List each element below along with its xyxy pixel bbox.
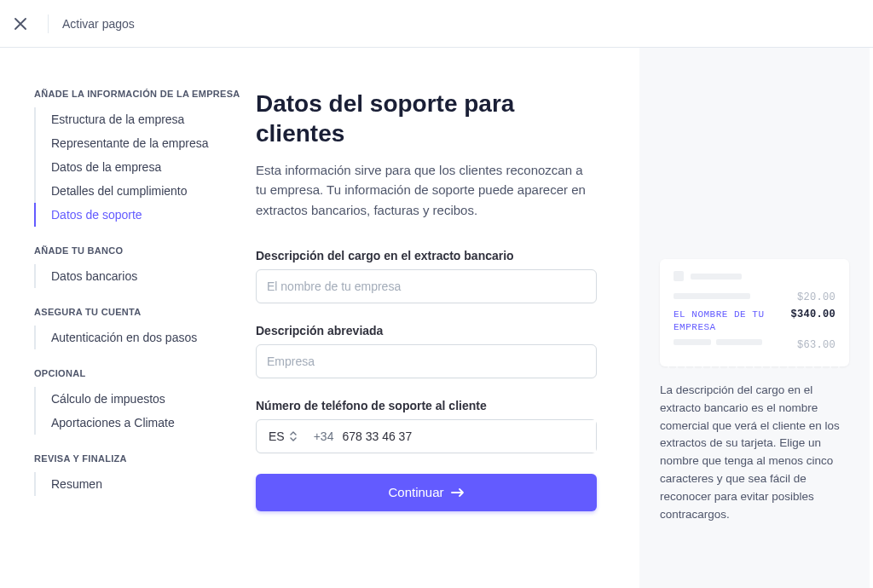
receipt-header	[674, 271, 835, 281]
sidebar-section-list: Estructura de la empresa Representante d…	[34, 107, 256, 227]
topbar-title: Activar pagos	[62, 17, 135, 31]
sidebar-item-datos-bancarios[interactable]: Datos bancarios	[34, 264, 256, 288]
sidebar-section-title: ASEGURA TU CUENTA	[34, 307, 256, 317]
field-statement-descriptor: Descripción del cargo en el extracto ban…	[256, 249, 597, 303]
sidebar-item-label: Detalles del cumplimiento	[51, 184, 188, 198]
skeleton-line	[674, 293, 750, 299]
sidebar-section-title: AÑADE LA INFORMACIÓN DE LA EMPRESA	[34, 89, 256, 99]
calendar-icon	[674, 271, 684, 281]
close-icon	[14, 18, 26, 30]
field-label: Número de teléfono de soporte al cliente	[256, 399, 597, 412]
sidebar-item-climate[interactable]: Aportaciones a Climate	[34, 411, 256, 435]
receipt-amount: $20.00	[797, 291, 835, 303]
sidebar-item-estructura[interactable]: Estructura de la empresa	[34, 107, 256, 131]
sidebar-item-label: Datos de soporte	[51, 208, 142, 222]
help-text: La descripción del cargo en el extracto …	[660, 382, 849, 524]
sidebar-section-list: Resumen	[34, 472, 256, 496]
sidebar: AÑADE LA INFORMACIÓN DE LA EMPRESA Estru…	[0, 48, 256, 588]
page-title: Datos del soporte para clientes	[256, 89, 597, 148]
topbar: Activar pagos	[0, 0, 873, 48]
support-phone-input[interactable]	[342, 420, 596, 453]
sidebar-item-resumen[interactable]: Resumen	[34, 472, 256, 496]
phone-input-group: ES +34	[256, 419, 597, 453]
field-label: Descripción del cargo en el extracto ban…	[256, 249, 597, 262]
sidebar-item-label: Datos de la empresa	[51, 160, 161, 174]
receipt-amount: $63.00	[797, 339, 835, 351]
sidebar-section-title: REVISA Y FINALIZA	[34, 453, 256, 464]
sidebar-item-impuestos[interactable]: Cálculo de impuestos	[34, 387, 256, 411]
close-button[interactable]	[7, 10, 34, 37]
sidebar-section-list: Autenticación en dos pasos	[34, 326, 256, 349]
help-panel: $20.00 EL NOMBRE DE TU EMPRESA $340.00 $…	[639, 48, 870, 588]
phone-country-code: ES	[269, 429, 285, 443]
skeleton-line	[691, 274, 742, 280]
sidebar-section-list: Datos bancarios	[34, 264, 256, 288]
field-support-phone: Número de teléfono de soporte al cliente…	[256, 399, 597, 453]
arrow-right-icon	[451, 487, 465, 498]
statement-descriptor-input[interactable]	[256, 269, 597, 303]
continue-button-label: Continuar	[388, 485, 443, 499]
sidebar-item-label: Datos bancarios	[51, 269, 137, 283]
field-label: Descripción abreviada	[256, 324, 597, 337]
receipt-amount-highlight: $340.00	[790, 308, 835, 320]
sidebar-item-label: Estructura de la empresa	[51, 112, 184, 126]
sidebar-section-title: OPCIONAL	[34, 368, 256, 378]
receipt-merchant-name: EL NOMBRE DE TU EMPRESA	[674, 308, 780, 334]
select-arrows-icon	[290, 431, 297, 441]
sidebar-item-datos-empresa[interactable]: Datos de la empresa	[34, 155, 256, 179]
sidebar-item-label: Autenticación en dos pasos	[51, 331, 197, 344]
skeleton-line	[674, 339, 711, 345]
sidebar-item-label: Resumen	[51, 477, 102, 491]
sidebar-section-list: Cálculo de impuestos Aportaciones a Clim…	[34, 387, 256, 435]
sidebar-item-datos-soporte[interactable]: Datos de soporte	[34, 203, 256, 227]
sidebar-item-label: Cálculo de impuestos	[51, 392, 165, 406]
sidebar-section-title: AÑADE TU BANCO	[34, 245, 256, 256]
main-content: Datos del soporte para clientes Esta inf…	[256, 48, 639, 588]
sidebar-item-cumplimiento[interactable]: Detalles del cumplimiento	[34, 179, 256, 203]
sidebar-item-label: Representante de la empresa	[51, 136, 208, 150]
sidebar-item-representante[interactable]: Representante de la empresa	[34, 131, 256, 155]
continue-button[interactable]: Continuar	[256, 474, 597, 511]
field-short-descriptor: Descripción abreviada	[256, 324, 597, 378]
skeleton-line	[716, 339, 762, 345]
short-descriptor-input[interactable]	[256, 344, 597, 378]
receipt-preview: $20.00 EL NOMBRE DE TU EMPRESA $340.00 $…	[660, 259, 849, 366]
sidebar-item-2fa[interactable]: Autenticación en dos pasos	[34, 326, 256, 349]
phone-country-select[interactable]: ES	[257, 420, 305, 453]
page-lead: Esta información sirve para que los clie…	[256, 160, 597, 220]
phone-prefix: +34	[314, 429, 334, 443]
sidebar-item-label: Aportaciones a Climate	[51, 416, 175, 429]
topbar-divider	[48, 14, 49, 33]
